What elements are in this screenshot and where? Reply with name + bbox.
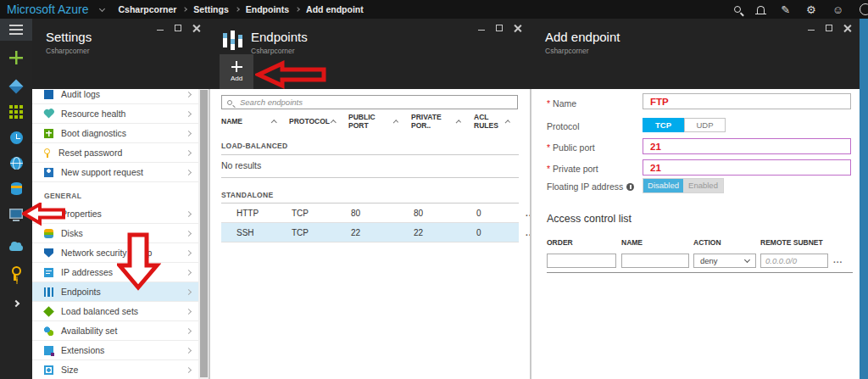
breadcrumb: Csharpcorner Settings Endpoints Add endp… [118,4,363,14]
column-private-port[interactable]: PRIVATE POR.. [411,113,474,130]
add-endpoint-button[interactable]: Add [220,54,253,89]
row-more-button[interactable]: ... [523,209,530,218]
settings-item-resource-health[interactable]: Resource health [32,104,198,124]
settings-item-ip-addresses[interactable]: IP addresses [32,263,198,282]
search-icon[interactable] [734,6,741,13]
settings-item-network-security-group[interactable]: Network security group [32,243,198,263]
breadcrumb-endpoints[interactable]: Endpoints [246,4,289,14]
sidebar-item-web-apps[interactable] [0,151,32,175]
acl-name-field[interactable] [621,254,689,268]
sidebar-item-virtual-machines[interactable] [0,202,32,226]
column-name[interactable]: NAME [221,117,289,125]
acl-more-button[interactable]: ... [833,255,843,265]
info-icon[interactable] [626,183,634,191]
name-field[interactable] [643,93,851,109]
azure-brand[interactable]: Microsoft Azure [7,3,88,16]
endpoints-title: Endpoints [251,30,308,44]
acl-column-order: ORDER [547,238,573,247]
acl-order-field[interactable] [547,254,616,268]
hamburger-menu-button[interactable] [0,19,32,41]
notifications-bell-icon[interactable] [757,6,765,14]
settings-item-new-support-request[interactable]: New support request [32,163,198,182]
settings-item-load-balanced-sets[interactable]: Load balanced sets [32,302,198,321]
sidebar-item-recent[interactable] [0,125,32,149]
column-public-port[interactable]: PUBLIC PORT [348,113,411,130]
sidebar-new-button[interactable] [0,46,32,70]
settings-panel: Settings Csharpcorner Audit logs Resourc… [32,19,209,379]
protocol-option-udp[interactable]: UDP [684,118,726,132]
chevron-right-icon [186,269,192,275]
monitor-icon [9,209,23,219]
divider [221,177,519,178]
acl-action-select[interactable]: deny [693,254,756,268]
acl-remote-subnet-field[interactable] [760,254,828,268]
sidebar-expand-button[interactable] [0,292,32,315]
add-endpoint-panel: Add endpoint Csharpcorner *Name Protocol… [531,19,860,379]
breadcrumb-separator-icon [183,7,188,12]
maximize-icon[interactable] [175,25,181,31]
settings-gear-icon[interactable]: ⚙ [806,4,816,15]
sidebar-item-all-resources[interactable] [0,100,32,124]
protocol-option-tcp[interactable]: TCP [643,118,684,132]
endpoints-sliders-icon [222,31,244,53]
sidebar-item-cloud-services[interactable] [0,236,32,259]
breadcrumb-add-endpoint[interactable]: Add endpoint [306,4,364,14]
breadcrumb-csharpcorner[interactable]: Csharpcorner [118,4,176,14]
minimize-icon[interactable] [478,30,485,31]
chevron-right-icon [186,149,192,155]
sidebar-item-keys[interactable] [0,263,32,283]
cloud-icon [9,245,23,251]
acl-title: Access control list [547,213,632,225]
maximize-icon[interactable] [826,25,832,31]
close-icon[interactable] [192,24,200,31]
settings-item-audit-logs[interactable]: Audit logs [32,89,198,104]
settings-item-endpoints[interactable]: Endpoints [32,282,198,302]
chevron-right-icon [186,249,192,255]
feedback-pencil-icon[interactable]: ✎ [781,4,790,15]
sidebar-item-storage[interactable] [0,176,32,200]
sidebar-item-resource-cube[interactable] [0,75,32,98]
scrollbar-thumb[interactable] [200,90,208,377]
public-port-field[interactable] [643,138,851,154]
breadcrumb-settings[interactable]: Settings [193,4,228,14]
brand-chevron-icon[interactable] [99,5,105,11]
sort-caret-icon [505,120,510,125]
table-row-http[interactable]: HTTP TCP 80 80 0 ... [221,203,519,223]
settings-item-boot-diagnostics[interactable]: Boot diagnostics [32,124,198,143]
settings-scrollbar[interactable] [198,89,209,379]
availability-set-icon [44,326,53,336]
maximize-icon[interactable] [496,25,503,31]
settings-item-size[interactable]: Size [32,360,198,379]
smiley-feedback-icon[interactable]: ☺ [832,4,843,15]
row-more-button[interactable]: ... [523,228,530,237]
protocol-toggle: TCP UDP [643,118,726,132]
minimize-icon[interactable] [157,30,164,31]
settings-item-reset-password[interactable]: Reset password [32,143,198,163]
settings-item-properties[interactable]: Properties [32,204,198,224]
table-row-ssh[interactable]: SSH TCP 22 22 0 ... [221,223,519,242]
acl-column-action: ACTION [693,238,721,247]
floating-ip-enabled[interactable]: Enabled [683,179,723,192]
minimize-icon[interactable] [808,30,815,31]
audit-logs-icon [44,90,53,99]
chevron-right-icon [186,91,192,97]
heart-icon [45,109,53,118]
floating-ip-disabled[interactable]: Disabled [643,179,683,192]
private-port-field[interactable] [643,159,851,176]
help-icon[interactable] [860,3,868,15]
search-icon [227,100,232,105]
settings-item-availability-set[interactable]: Availability set [32,321,198,341]
column-protocol[interactable]: PROTOCOL [289,117,348,125]
ip-addresses-icon [44,268,53,277]
search-endpoints-input[interactable] [238,97,512,108]
close-icon[interactable] [514,24,521,31]
settings-list: Audit logs Resource health Boot diagnost… [32,89,198,379]
close-icon[interactable] [843,24,851,31]
settings-section-general: GENERAL [32,182,198,204]
add-endpoint-window-controls [808,24,851,31]
database-icon [11,182,22,195]
section-load-balanced: LOAD-BALANCED [221,142,288,150]
column-acl-rules[interactable]: ACL RULES [474,113,523,130]
settings-item-disks[interactable]: Disks [32,224,198,243]
settings-item-extensions[interactable]: Extensions [32,341,198,360]
